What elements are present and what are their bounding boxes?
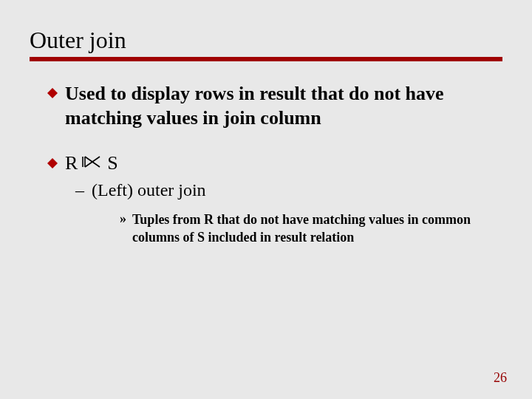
dash-bullet-icon: – [75,179,84,202]
relation-r: R [65,152,78,174]
sub-sub-bullet: » Tuples from R that do not have matchin… [120,211,502,247]
outer-join-expression: R S [65,152,118,174]
bullet-item: R S – (Left) outer join [47,152,502,247]
bullet-text: Used to display rows in result that do n… [65,82,502,130]
sub-bullet-text: (Left) outer join [92,179,206,202]
svg-marker-0 [47,88,58,98]
slide-title: Outer join [30,27,502,61]
bullet-item: Used to display rows in result that do n… [47,82,502,130]
bullet-row: R S [47,152,502,174]
diamond-bullet-icon [47,88,58,98]
left-outer-join-icon [82,152,103,174]
diamond-bullet-icon [47,158,58,168]
bullet-row: Used to display rows in result that do n… [47,82,502,130]
sub-bullet: – (Left) outer join » Tuples from R that… [75,179,502,247]
svg-marker-1 [47,158,58,168]
page-number: 26 [494,370,507,386]
dash-row: – (Left) outer join [75,179,502,202]
relation-s: S [107,152,117,174]
sub-sub-bullet-text: Tuples from R that do not have matching … [132,211,487,247]
dbl-row: » Tuples from R that do not have matchin… [120,211,502,247]
slide: Outer join Used to display rows in resul… [0,0,532,399]
double-angle-bullet-icon: » [120,211,126,228]
